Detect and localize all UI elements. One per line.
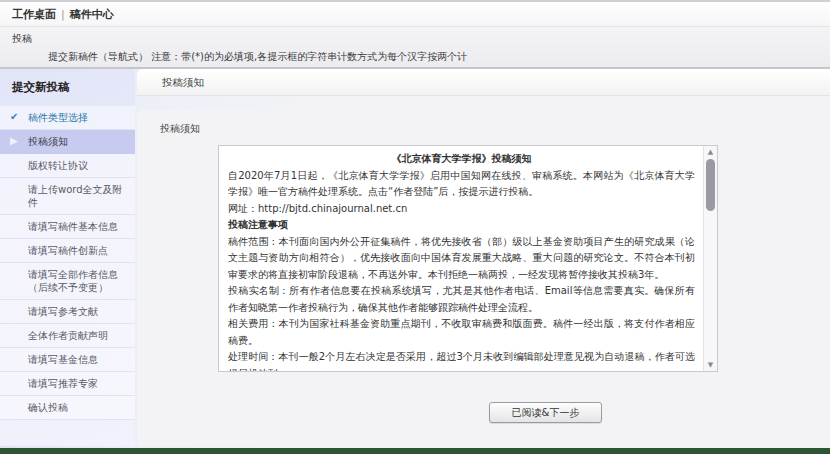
submit-band: 投稿 提交新稿件（导航式） 注意：带(*)的为必填项,各提示框的字符串计数方式为… (0, 27, 830, 69)
sidebar-item-label: 请填写稿件基本信息 (28, 221, 118, 232)
notice-paragraph: 投稿实名制：所有作者信息要在投稿系统填写，尤其是其他作者电话、Email等信息需… (228, 283, 695, 316)
scrollbar[interactable]: ▲ ▼ (703, 146, 717, 371)
read-and-next-button[interactable]: 已阅读&下一步 (489, 402, 602, 423)
sidebar-item[interactable]: 版权转让协议 (0, 154, 135, 178)
main-area: 投稿须知 投稿须知 《北京体育大学学报》投稿须知自2020年7月1日起，《北京体… (135, 69, 830, 446)
notice-paragraph: 自2020年7月1日起，《北京体育大学学报》启用中国知网在线投、审稿系统。本网站… (228, 168, 695, 201)
breadcrumb: 工作桌面 | 稿件中心 (0, 0, 830, 27)
sidebar-item[interactable]: 请上传word全文及附件 (0, 178, 135, 215)
content-row: 提交新投稿 ✔稿件类型选择▶投稿须知版权转让协议请上传word全文及附件请填写稿… (0, 69, 830, 446)
notice-paragraph: 稿件范围：本刊面向国内外公开征集稿件，将优先接收省（部）级以上基金资助项目产生的… (228, 234, 695, 284)
sidebar-item-label: 请填写基金信息 (28, 354, 98, 365)
play-icon: ▶ (10, 134, 18, 147)
submit-band-note: 提交新稿件（导航式） 注意：带(*)的为必填项,各提示框的字符串计数方式为每个汉… (0, 46, 830, 64)
check-icon: ✔ (10, 110, 18, 123)
notice-text: 《北京体育大学学报》投稿须知自2020年7月1日起，《北京体育大学学报》启用中国… (228, 151, 695, 372)
sidebar-item[interactable]: 请填写参考文献 (0, 300, 135, 324)
sidebar-item[interactable]: 确认投稿 (0, 396, 135, 420)
sidebar-item-label: 请填写稿件创新点 (28, 245, 108, 256)
scroll-down-icon[interactable]: ▼ (704, 359, 717, 371)
sidebar-item[interactable]: 请填写稿件创新点 (0, 239, 135, 263)
page-title: 投稿须知 (137, 69, 830, 96)
scrollbar-thumb[interactable] (706, 159, 715, 211)
sidebar-item-label: 全体作者贡献声明 (28, 330, 108, 341)
sidebar-item[interactable]: 请填写推荐专家 (0, 372, 135, 396)
sidebar-item-label: 请上传word全文及附件 (28, 184, 123, 208)
breadcrumb-manuscript-center[interactable]: 稿件中心 (70, 7, 114, 22)
scroll-up-icon[interactable]: ▲ (704, 146, 717, 158)
notice-section-label: 投稿须知 (137, 110, 830, 136)
sidebar-item[interactable]: ✔稿件类型选择 (0, 106, 135, 130)
sidebar-item-label: 稿件类型选择 (28, 112, 88, 123)
notice-paragraph: 处理时间：本刊一般2个月左右决定是否采用，超过3个月未收到编辑部处理意见视为自动… (228, 349, 695, 372)
sidebar-step-list: ✔稿件类型选择▶投稿须知版权转让协议请上传word全文及附件请填写稿件基本信息请… (0, 106, 135, 420)
sidebar-item-label: 请填写参考文献 (28, 306, 98, 317)
sidebar-item-label: 投稿须知 (28, 136, 68, 147)
notice-paragraph: 相关费用：本刊为国家社科基金资助重点期刊，不收取审稿费和版面费。稿件一经出版，将… (228, 316, 695, 349)
sidebar-item[interactable]: ▶投稿须知 (0, 130, 135, 154)
sidebar-item-label: 版权转让协议 (28, 160, 88, 171)
sidebar-item-label: 确认投稿 (28, 402, 68, 413)
notice-paragraph: 网址：http://bjtd.chinajournal.net.cn (228, 201, 695, 218)
notice-textbox[interactable]: 《北京体育大学学报》投稿须知自2020年7月1日起，《北京体育大学学报》启用中国… (218, 145, 718, 372)
notice-panel: 投稿须知 《北京体育大学学报》投稿须知自2020年7月1日起，《北京体育大学学报… (137, 110, 830, 446)
notice-paragraph: 《北京体育大学学报》投稿须知 (228, 151, 695, 168)
sidebar-item-label: 请填写全部作者信息（后续不予变更） (28, 269, 118, 293)
breadcrumb-workspace[interactable]: 工作桌面 (12, 7, 56, 22)
sidebar: 提交新投稿 ✔稿件类型选择▶投稿须知版权转让协议请上传word全文及附件请填写稿… (0, 69, 135, 446)
sidebar-item[interactable]: 请填写基金信息 (0, 348, 135, 372)
sidebar-item-label: 请填写推荐专家 (28, 378, 98, 389)
breadcrumb-separator: | (61, 8, 65, 21)
sidebar-title: 提交新投稿 (0, 80, 135, 95)
sidebar-item[interactable]: 请填写稿件基本信息 (0, 215, 135, 239)
submit-band-title: 投稿 (0, 27, 830, 46)
footer-bar (0, 448, 830, 454)
sidebar-item[interactable]: 请填写全部作者信息（后续不予变更） (0, 263, 135, 300)
sidebar-item[interactable]: 全体作者贡献声明 (0, 324, 135, 348)
notice-paragraph: 投稿注意事项 (228, 217, 695, 234)
